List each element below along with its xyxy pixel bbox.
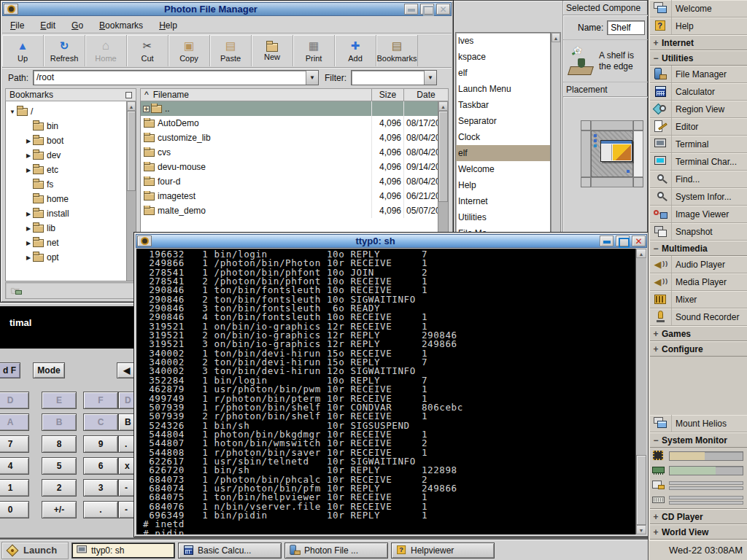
calc-key-C[interactable]: C [83,413,118,431]
launcher-item-terminal-char-[interactable]: Terminal Char... [650,153,747,171]
list-item[interactable]: Separator [456,113,550,129]
dropdown-arrow-icon[interactable]: ▼ [306,71,318,85]
expand-plus-icon[interactable]: + [650,38,662,48]
tree-item-fs[interactable]: fs [6,177,126,192]
calc-key-B[interactable]: B [42,413,77,431]
calc-key-F[interactable]: F [83,392,118,409]
expand-plus-icon[interactable]: + [650,329,662,339]
tree-item-root[interactable]: ▼/ [6,104,126,119]
chevron-right-icon[interactable]: ▶ [25,167,32,174]
close-button[interactable] [632,236,646,246]
paste-button[interactable]: Paste [210,35,252,66]
table-row[interactable]: devu-mouse4,09609/14/20 [141,160,438,174]
collapse-minus-icon[interactable]: − [650,244,662,254]
new-button[interactable]: New [252,35,293,66]
launcher-item-welcome[interactable]: Welcome [650,0,747,18]
home-button[interactable]: Home [85,35,127,66]
launcher-item-mount-helios[interactable]: Mount Helios [650,415,747,432]
scroll-up-icon[interactable]: ▲ [438,101,448,111]
close-button[interactable] [436,4,450,15]
launcher-group-system-monitor[interactable]: −System Monitor [650,432,747,448]
calc-key-6[interactable]: 6 [83,457,118,475]
menu-file[interactable]: File [2,18,32,33]
list-item[interactable]: Taskbar [456,97,550,113]
list-item[interactable]: elf [456,65,550,81]
terminal-titlebar[interactable]: ttyp0: sh [136,234,647,248]
menu-bookmarks[interactable]: Bookmarks [91,18,151,33]
tree-item-dev[interactable]: ▶dev [6,148,126,163]
calc-key-2[interactable]: 2 [42,479,77,497]
launcher-item-calculator[interactable]: Calculator [650,83,747,101]
copy-button[interactable]: Copy [169,35,210,66]
mode-button[interactable]: Mode [33,362,65,378]
launcher-group-world-view[interactable]: +World View [650,524,747,540]
list-item[interactable]: kspace [456,49,550,65]
launcher-group-multimedia[interactable]: −Multimedia [650,241,747,256]
tree-item-home[interactable]: home [6,192,126,206]
calc-key-0[interactable]: 0 [0,501,29,518]
maximize-button[interactable] [420,4,434,15]
taskbar-task-basic-calcu-[interactable]: Basic Calcu... [178,542,282,559]
taskbar-task-ttyp0-sh[interactable]: ttyp0: sh [71,542,175,559]
launcher-item-snapshot[interactable]: Snapshot [650,223,747,241]
calc-key-7[interactable]: 7 [0,435,29,453]
taskbar-task-helpviewer[interactable]: Helpviewer [391,542,495,559]
terminal-content[interactable]: 196632 1 bin/login 10o REPLY 7 249866 1 … [136,249,646,534]
up-button[interactable]: Up [2,35,44,66]
add-button[interactable]: Add [335,35,376,66]
launch-button[interactable]: Launch [1,542,69,559]
chevron-right-icon[interactable]: ▶ [25,138,32,144]
calc-key-3[interactable]: 3 [83,479,118,497]
chevron-down-icon[interactable]: ▼ [9,109,16,115]
menu-go[interactable]: Go [63,18,91,33]
dropdown-arrow-icon[interactable]: ▼ [424,71,436,85]
menu-help[interactable]: Help [151,18,185,33]
file-manager-titlebar[interactable]: Photon File Manager [2,2,452,16]
refresh-button[interactable]: Refresh [44,35,85,66]
window-menu-icon[interactable] [137,236,152,246]
table-row[interactable]: AutoDemo4,09608/17/20 [141,116,438,131]
table-row[interactable]: cvs4,09608/04/20 [141,145,438,160]
panel-collapse-box[interactable] [125,92,132,98]
calc-key-1[interactable]: 1 [0,479,29,497]
chevron-right-icon[interactable]: ▶ [25,225,32,232]
clock[interactable]: Wed-22 03:08AM [649,540,747,560]
launcher-item-file-manager[interactable]: File Manager [650,66,747,83]
scroll-up-icon[interactable]: ▲ [127,101,136,111]
column-header-date[interactable]: Date [404,88,449,101]
calc-key-.[interactable]: . [83,501,118,518]
calc-key-5[interactable]: 5 [42,457,77,475]
calc-key-4[interactable]: 4 [0,457,29,475]
list-item[interactable]: Internet [456,193,550,209]
tree-item-lib[interactable]: ▶lib [6,221,126,236]
launcher-group-internet[interactable]: +Internet [650,35,747,50]
path-combo[interactable]: /root ▼ [33,70,319,85]
minimize-button[interactable] [404,4,418,15]
tree-item-opt[interactable]: ▶opt [6,250,126,265]
list-item[interactable]: Clock [456,129,550,145]
table-row[interactable]: four-d4,09608/04/20 [141,174,438,189]
second-f-button[interactable]: d F [0,362,20,378]
launcher-group-configure[interactable]: +Configure [650,341,747,357]
launcher-item-system-infor-[interactable]: System Infor... [650,188,747,206]
filter-combo[interactable]: ▼ [351,70,437,85]
table-row[interactable]: customize_lib4,09608/04/20 [141,131,438,145]
column-header-filename[interactable]: ^ Filename [140,88,372,101]
placement-preview[interactable] [581,120,643,187]
cut-button[interactable]: Cut [127,35,169,66]
taskbar-task-photon-file-[interactable]: Photon File ... [285,542,388,559]
minimize-button[interactable] [600,236,614,246]
chevron-right-icon[interactable]: ▶ [25,254,32,261]
list-item[interactable]: lves [456,33,550,49]
table-row[interactable]: imagetest4,09606/21/20 [141,189,438,203]
launcher-item-media-player[interactable]: Media Player [650,273,747,291]
launcher-group-cd-player[interactable]: +CD Player [650,509,747,524]
tree-item-etc[interactable]: ▶etc [6,163,126,177]
maximize-button[interactable] [616,236,630,246]
component-name-field[interactable]: Shelf [607,20,645,35]
launcher-item-audio-player[interactable]: Audio Player [650,256,747,273]
calc-key-A[interactable]: A [0,413,29,431]
launcher-item-sound-recorder[interactable]: Sound Recorder [650,308,747,326]
chevron-right-icon[interactable]: ▶ [25,211,32,217]
calc-key-9[interactable]: 9 [83,435,118,453]
